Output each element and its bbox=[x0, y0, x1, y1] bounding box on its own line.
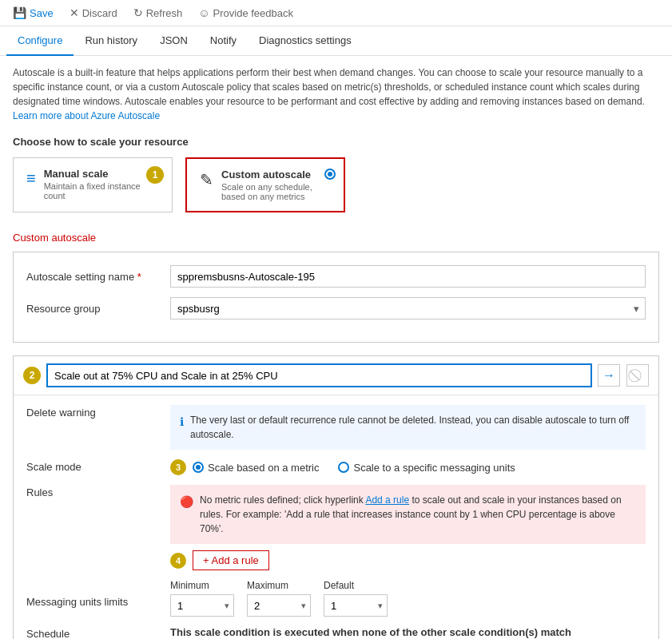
scale-mode-step: 3 bbox=[170, 459, 186, 475]
save-button[interactable]: 💾 Save bbox=[6, 3, 60, 22]
scale-options: ≡ Manual scale Maintain a fixed instance… bbox=[13, 157, 659, 212]
manual-scale-icon: ≡ bbox=[26, 169, 36, 188]
maximum-select[interactable]: 1 2 4 bbox=[247, 594, 311, 617]
scale-metric-option[interactable]: Scale based on a metric bbox=[193, 462, 319, 474]
scale-specific-radio-dot bbox=[338, 462, 349, 473]
scale-metric-label: Scale based on a metric bbox=[208, 462, 319, 474]
schedule-text: This scale condition is executed when no… bbox=[170, 626, 646, 638]
custom-autoscale-radio-wrap bbox=[324, 167, 336, 180]
rules-error-text: No metric rules defined; click hyperlink… bbox=[200, 493, 636, 536]
condition-body: Delete warning ℹ The very last or defaul… bbox=[14, 395, 658, 639]
autoscale-description: Autoscale is a built-in feature that hel… bbox=[13, 65, 659, 123]
manual-scale-title: Manual scale bbox=[44, 168, 159, 180]
messaging-units-label: Messaging units limits bbox=[26, 580, 170, 608]
default-select[interactable]: 1 2 4 bbox=[324, 594, 388, 617]
minimum-header: Minimum bbox=[170, 580, 234, 591]
add-rule-link[interactable]: Add a rule bbox=[365, 494, 409, 506]
save-label: Save bbox=[30, 7, 54, 19]
resource-group-label: Resource group bbox=[26, 303, 170, 315]
resource-group-select[interactable]: spsbusrg bbox=[170, 297, 646, 320]
manual-scale-step: 1 bbox=[146, 166, 164, 184]
delete-warning-box: ℹ The very last or default recurrence ru… bbox=[170, 405, 646, 450]
add-rule-button[interactable]: + Add a rule bbox=[193, 550, 269, 570]
autoscale-name-input[interactable] bbox=[170, 265, 646, 288]
choose-scale-title: Choose how to scale your resource bbox=[13, 136, 659, 148]
condition-step: 2 bbox=[23, 367, 41, 384]
condition-delete-button[interactable]: ⃠ bbox=[626, 364, 649, 387]
custom-autoscale-radio-dot bbox=[324, 169, 336, 180]
custom-autoscale-card[interactable]: ✎ Custom autoscale Scale on any schedule… bbox=[185, 157, 345, 212]
feedback-button[interactable]: ☺ Provide feedback bbox=[192, 3, 300, 22]
tab-run-history[interactable]: Run history bbox=[74, 26, 149, 56]
schedule-label: Schedule bbox=[26, 626, 170, 639]
refresh-label: Refresh bbox=[146, 7, 183, 19]
add-rule-row: 4 + Add a rule bbox=[170, 550, 646, 570]
rules-row: Rules 🔴 No metric rules defined; click h… bbox=[26, 485, 646, 570]
feedback-icon: ☺ bbox=[198, 6, 209, 19]
delete-warning-row: Delete warning ℹ The very last or defaul… bbox=[26, 405, 646, 450]
schedule-row: Schedule This scale condition is execute… bbox=[26, 626, 646, 639]
condition-navigate-button[interactable]: → bbox=[598, 364, 620, 387]
discard-icon: ✕ bbox=[70, 6, 79, 19]
rules-error-icon: 🔴 bbox=[180, 494, 193, 510]
add-rule-step: 4 bbox=[170, 553, 186, 569]
scale-specific-option[interactable]: Scale to a specific messaging units bbox=[338, 462, 515, 474]
condition-header: 2→⃠ bbox=[14, 356, 658, 395]
scale-metric-radio-dot bbox=[193, 462, 204, 473]
refresh-icon: ↻ bbox=[133, 6, 143, 19]
rules-error-box: 🔴 No metric rules defined; click hyperli… bbox=[170, 485, 646, 544]
scale-mode-label: Scale mode bbox=[26, 459, 170, 473]
condition-name-input[interactable] bbox=[47, 364, 591, 387]
rules-label: Rules bbox=[26, 485, 170, 498]
scale-mode-row: Scale mode 3 Scale based on a metric Sca… bbox=[26, 459, 646, 475]
limits-headers: Minimum Maximum Default bbox=[170, 580, 646, 591]
refresh-button[interactable]: ↻ Refresh bbox=[127, 3, 189, 22]
autoscale-form-section: Autoscale setting name * Resource group … bbox=[13, 252, 659, 343]
scale-specific-label: Scale to a specific messaging units bbox=[353, 462, 515, 474]
minimum-select[interactable]: 1 2 4 bbox=[170, 594, 234, 617]
warning-info-icon: ℹ bbox=[180, 414, 184, 431]
learn-more-link[interactable]: Learn more about Azure Autoscale bbox=[13, 110, 160, 121]
default-select-wrap: 1 2 4 ▾ bbox=[324, 594, 388, 617]
default-header: Default bbox=[324, 580, 388, 591]
save-icon: 💾 bbox=[13, 6, 26, 19]
custom-autoscale-subtitle: Scale on any schedule, based on any metr… bbox=[221, 182, 331, 201]
maximum-header: Maximum bbox=[247, 580, 311, 591]
delete-warning-text: The very last or default recurrence rule… bbox=[190, 413, 636, 442]
tab-configure[interactable]: Configure bbox=[6, 26, 74, 56]
custom-autoscale-title: Custom autoscale bbox=[221, 169, 331, 181]
tab-diagnostics[interactable]: Diagnostics settings bbox=[248, 26, 363, 56]
tab-json[interactable]: JSON bbox=[149, 26, 199, 56]
tab-notify[interactable]: Notify bbox=[199, 26, 248, 56]
tabs-bar: Configure Run history JSON Notify Diagno… bbox=[0, 26, 672, 56]
manual-scale-card[interactable]: ≡ Manual scale Maintain a fixed instance… bbox=[13, 157, 173, 212]
resource-group-row: Resource group spsbusrg ▾ bbox=[26, 297, 646, 320]
custom-autoscale-section-label: Custom autoscale bbox=[13, 232, 659, 244]
resource-group-select-wrap: spsbusrg ▾ bbox=[170, 297, 646, 320]
scale-mode-options: 3 Scale based on a metric Scale to a spe… bbox=[170, 459, 646, 475]
autoscale-name-label: Autoscale setting name * bbox=[26, 271, 170, 283]
custom-autoscale-icon: ✎ bbox=[200, 170, 213, 189]
toolbar: 💾 Save ✕ Discard ↻ Refresh ☺ Provide fee… bbox=[0, 0, 672, 26]
minimum-select-wrap: 1 2 4 ▾ bbox=[170, 594, 234, 617]
messaging-units-row: Messaging units limits Minimum Maximum D… bbox=[26, 580, 646, 617]
maximum-select-wrap: 1 2 4 ▾ bbox=[247, 594, 311, 617]
limits-selects: 1 2 4 ▾ 1 2 4 ▾ bbox=[170, 594, 646, 617]
feedback-label: Provide feedback bbox=[213, 7, 293, 19]
manual-scale-subtitle: Maintain a fixed instance count bbox=[44, 181, 159, 200]
autoscale-name-row: Autoscale setting name * bbox=[26, 265, 646, 288]
condition-section: 2→⃠ Delete warning ℹ The very last or de… bbox=[13, 355, 659, 639]
main-content: Autoscale is a built-in feature that hel… bbox=[0, 56, 672, 639]
delete-warning-label: Delete warning bbox=[26, 405, 170, 419]
discard-button[interactable]: ✕ Discard bbox=[63, 3, 124, 22]
discard-label: Discard bbox=[82, 7, 117, 19]
